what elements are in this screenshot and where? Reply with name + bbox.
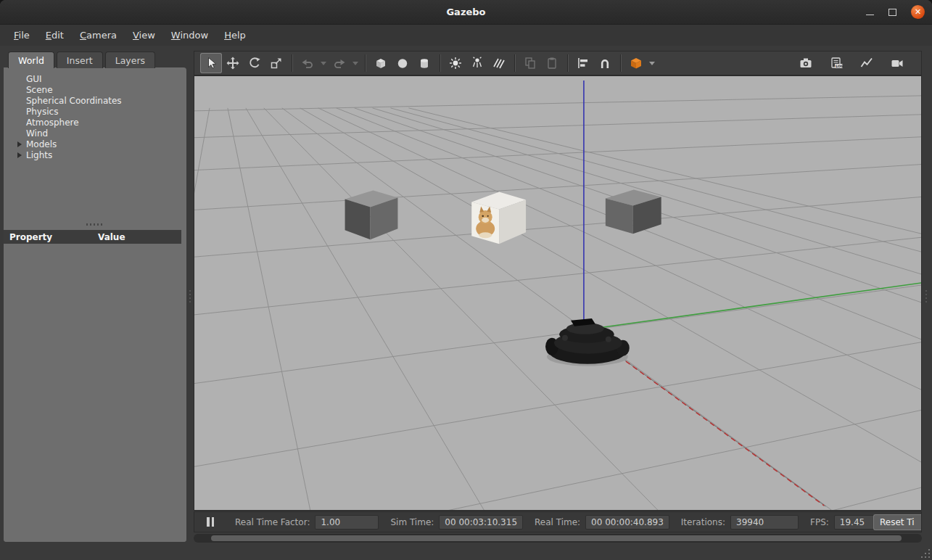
- right-resize-grip[interactable]: [925, 290, 927, 305]
- iterations-value: 39940: [730, 515, 799, 530]
- tab-insert[interactable]: Insert: [57, 52, 103, 68]
- scene-canvas: [194, 76, 921, 510]
- scrollbar-thumb[interactable]: [211, 535, 902, 541]
- directional-light-icon: [492, 56, 506, 70]
- undo-button[interactable]: [297, 53, 318, 73]
- tree-item-models[interactable]: Models: [4, 139, 186, 150]
- point-light-icon: [448, 56, 463, 70]
- copy-icon: [523, 56, 537, 70]
- tree-item-wind[interactable]: Wind: [4, 128, 186, 139]
- snap-button[interactable]: [594, 53, 616, 73]
- insert-sphere-button[interactable]: [392, 53, 413, 73]
- redo-button[interactable]: [329, 53, 350, 73]
- value-column-header: Value: [98, 232, 125, 242]
- fps-label: FPS:: [810, 517, 829, 527]
- paste-icon: [545, 56, 559, 70]
- paste-button[interactable]: [541, 53, 563, 73]
- point-light-button[interactable]: [445, 53, 466, 73]
- panel-resize-grip[interactable]: [189, 290, 191, 305]
- insert-cylinder-button[interactable]: [413, 53, 435, 73]
- window-resize-grip[interactable]: [920, 548, 930, 558]
- world-tree: GUI Scene Spherical Coordinates Physics …: [4, 67, 186, 161]
- toolbar-separator: [292, 54, 292, 72]
- reset-time-button[interactable]: Reset Ti: [873, 514, 921, 530]
- viewport-toolbar-right: LOG: [795, 53, 915, 73]
- menu-help[interactable]: Help: [216, 26, 254, 44]
- gazebo-window: Gazebo ✕ File Edit Camera View Window He…: [0, 0, 932, 560]
- plot-icon: [859, 56, 874, 70]
- toolbar-separator: [365, 54, 366, 72]
- panel-tab-bar: World Insert Layers: [8, 52, 155, 68]
- tree-item-gui[interactable]: GUI: [4, 74, 186, 85]
- log-icon: LOG: [829, 56, 844, 70]
- property-table-header: Property Value: [4, 230, 181, 244]
- translate-tool-button[interactable]: [222, 53, 244, 73]
- maximize-button[interactable]: [888, 9, 896, 16]
- title-bar[interactable]: Gazebo ✕: [0, 0, 932, 25]
- tree-item-scene[interactable]: Scene: [4, 85, 186, 96]
- toolbar-separator: [620, 54, 621, 72]
- gray-box-2: [606, 189, 661, 234]
- view-angle-dropdown[interactable]: [649, 62, 655, 65]
- spot-light-button[interactable]: [466, 53, 488, 73]
- world-panel: GUI Scene Spherical Coordinates Physics …: [4, 67, 186, 542]
- window-controls: ✕: [866, 0, 925, 24]
- redo-history-dropdown[interactable]: [352, 62, 358, 65]
- menu-view[interactable]: View: [125, 26, 163, 44]
- rotate-icon: [247, 56, 262, 70]
- copy-button[interactable]: [519, 53, 541, 73]
- screenshot-button[interactable]: [795, 53, 817, 73]
- cylinder-icon: [417, 56, 432, 70]
- menu-camera[interactable]: Camera: [72, 26, 125, 44]
- toolbar-separator: [514, 54, 515, 72]
- menu-window[interactable]: Window: [163, 26, 216, 44]
- insert-box-button[interactable]: [370, 53, 392, 73]
- log-record-button[interactable]: LOG: [825, 53, 847, 73]
- video-camera-icon: [890, 56, 904, 70]
- select-arrow-icon: [204, 56, 218, 70]
- record-video-button[interactable]: [886, 53, 908, 73]
- svg-text:LOG: LOG: [836, 65, 844, 68]
- plot-button[interactable]: [856, 53, 878, 73]
- tree-item-label: Models: [26, 139, 57, 149]
- menu-bar: File Edit Camera View Window Help: [0, 25, 932, 46]
- real-time-factor-value: 1.00: [315, 515, 379, 530]
- undo-icon: [300, 56, 315, 70]
- box-icon: [374, 56, 388, 70]
- expand-arrow-icon[interactable]: [17, 152, 22, 158]
- ground-plane: [194, 76, 921, 510]
- tree-item-spherical-coordinates[interactable]: Spherical Coordinates: [4, 96, 186, 107]
- sphere-icon: [395, 56, 410, 70]
- tab-layers[interactable]: Layers: [105, 52, 155, 68]
- view-angle-cube-icon: [629, 56, 643, 70]
- tree-item-physics[interactable]: Physics: [4, 107, 186, 118]
- close-button[interactable]: ✕: [911, 5, 925, 19]
- tree-item-lights[interactable]: Lights: [4, 150, 186, 161]
- tree-item-atmosphere[interactable]: Atmosphere: [4, 118, 186, 128]
- menu-edit[interactable]: Edit: [38, 26, 72, 44]
- expand-arrow-icon[interactable]: [17, 141, 22, 147]
- tab-world[interactable]: World: [8, 52, 54, 68]
- pause-button[interactable]: [202, 515, 219, 530]
- toolbar-separator: [567, 54, 568, 72]
- scale-icon: [269, 56, 284, 70]
- property-column-header: Property: [4, 232, 98, 242]
- viewport-toolbar: LOG: [194, 51, 922, 75]
- spot-light-icon: [470, 56, 484, 70]
- render-viewport-3d[interactable]: [194, 75, 922, 511]
- directional-light-button[interactable]: [488, 53, 510, 73]
- rotate-tool-button[interactable]: [244, 53, 265, 73]
- undo-history-dropdown[interactable]: [321, 62, 326, 65]
- align-button[interactable]: [572, 53, 594, 73]
- iterations-label: Iterations:: [681, 517, 725, 527]
- horizontal-scrollbar[interactable]: [194, 534, 922, 543]
- align-icon: [576, 56, 590, 70]
- real-time-factor-label: Real Time Factor:: [235, 517, 310, 527]
- select-tool-button[interactable]: [200, 53, 222, 73]
- minimize-button[interactable]: [866, 15, 874, 15]
- panel-splitter-handle[interactable]: [86, 223, 104, 226]
- view-angle-button[interactable]: [625, 53, 647, 73]
- redo-icon: [332, 56, 347, 70]
- scale-tool-button[interactable]: [265, 53, 287, 73]
- menu-file[interactable]: File: [6, 26, 38, 44]
